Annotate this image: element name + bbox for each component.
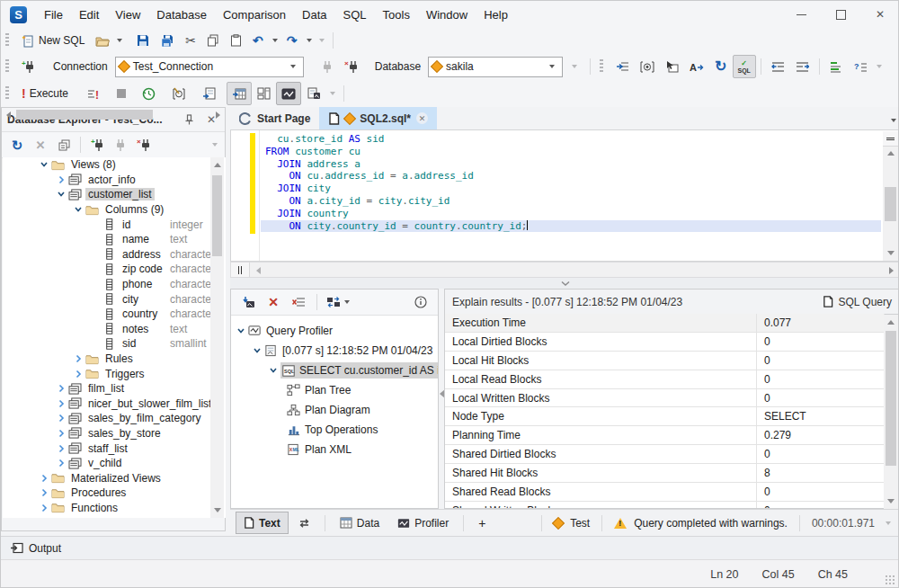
chevron-right-icon[interactable] xyxy=(40,488,49,497)
explain-row[interactable]: Shared Written Blocks0 xyxy=(445,502,884,508)
scrollbar-thumb[interactable] xyxy=(16,110,153,120)
code-line[interactable]: ON a.city_id = city.city_id xyxy=(261,195,881,208)
tree-item-actor-info[interactable]: actor_info xyxy=(3,173,226,188)
explorer-vertical-scrollbar[interactable] xyxy=(210,157,224,518)
save-all-button[interactable] xyxy=(155,29,180,52)
tab-start-page[interactable]: Start Page xyxy=(230,107,319,129)
import-profiling-button[interactable] xyxy=(236,292,260,312)
format-document-button[interactable] xyxy=(824,55,849,78)
code-line[interactable]: ON city.country_id = country.country_id; xyxy=(261,220,881,233)
profiler-node-plan-diagram[interactable]: Plan Diagram xyxy=(231,400,438,420)
code-line[interactable]: JOIN country xyxy=(261,208,881,220)
code-line[interactable]: JOIN address a xyxy=(261,158,881,171)
connection-select[interactable]: Test_Connection xyxy=(115,57,304,77)
new-connection-button[interactable]: + xyxy=(16,55,40,78)
explorer-duplicate-button[interactable] xyxy=(52,135,76,155)
menu-window[interactable]: Window xyxy=(418,8,476,22)
tree-item-film-list[interactable]: film_list xyxy=(3,381,226,396)
maximize-button[interactable] xyxy=(821,1,860,28)
sql-syntax-check-button[interactable]: ✓ SQL xyxy=(733,55,756,78)
paste-button[interactable] xyxy=(225,29,247,52)
explain-row[interactable]: Shared Hit Blocks8 xyxy=(445,464,884,483)
tab-profiler[interactable]: Profiler xyxy=(389,512,457,534)
parameters-button[interactable] xyxy=(635,55,660,78)
profiler-query-node[interactable]: SQL SELECT cu.customer_id AS i... xyxy=(231,361,438,380)
explorer-new-connection-button[interactable]: + xyxy=(85,135,109,155)
new-sql-button[interactable]: * New SQL xyxy=(16,29,90,52)
chevron-right-icon[interactable] xyxy=(57,399,66,408)
decrease-indent-button[interactable] xyxy=(766,55,790,78)
chevron-right-icon[interactable] xyxy=(57,444,66,453)
tree-item-sid[interactable]: sidsmallint xyxy=(3,336,226,352)
tab-list-dropdown-icon[interactable] xyxy=(891,119,896,122)
layout-button[interactable] xyxy=(252,82,276,105)
explain-vertical-scrollbar[interactable] xyxy=(884,315,898,509)
add-tab-button[interactable]: + xyxy=(470,512,494,534)
explain-row[interactable]: Execution Time0.077 xyxy=(445,314,884,333)
disconnect-button[interactable]: × xyxy=(339,55,364,78)
toolbar-overflow-icon[interactable] xyxy=(877,65,882,68)
tree-item-rules[interactable]: Rules xyxy=(3,352,226,367)
save-button[interactable] xyxy=(131,29,155,52)
explorer-refresh-button[interactable]: ↻ xyxy=(5,135,29,155)
tree-item-functions[interactable]: Functions xyxy=(3,501,226,516)
chevron-down-icon[interactable] xyxy=(253,346,262,355)
tree-item-procedures[interactable]: Procedures xyxy=(3,486,226,501)
chevron-right-icon[interactable] xyxy=(40,503,49,512)
stop-button[interactable] xyxy=(111,82,131,105)
toolbar-grip[interactable] xyxy=(5,59,9,74)
tree-item-id[interactable]: idinteger xyxy=(3,217,226,232)
cut-button[interactable]: ✂ xyxy=(180,29,201,52)
profiler-session-node[interactable]: [0.077 s] 12:18:52 PM 01/04/23 xyxy=(231,341,438,361)
chevron-right-icon[interactable] xyxy=(57,384,66,393)
explain-row[interactable]: Local Written Blocks0 xyxy=(445,389,884,408)
go-to-line-button[interactable] xyxy=(610,55,635,78)
chevron-right-icon[interactable] xyxy=(57,459,66,468)
execute-button[interactable]: ! Execute xyxy=(16,82,74,105)
explain-row[interactable]: Shared Read Blocks0 xyxy=(445,483,884,502)
chevron-right-icon[interactable] xyxy=(40,474,49,483)
database-dropdown-icon[interactable] xyxy=(549,65,555,68)
tree-item-customer-list[interactable]: customer_list xyxy=(3,187,226,202)
connect-button[interactable] xyxy=(316,55,339,78)
toolbar-grip[interactable] xyxy=(600,59,603,74)
results-to-grid-button[interactable] xyxy=(227,82,252,105)
scrollbar-thumb[interactable] xyxy=(885,187,896,221)
history-button[interactable] xyxy=(137,82,161,105)
toolbar-grip[interactable] xyxy=(5,86,9,101)
menu-help[interactable]: Help xyxy=(476,8,516,22)
execute-script-button[interactable]: ! xyxy=(81,82,106,105)
scroll-left-icon[interactable] xyxy=(256,267,261,274)
tree-item-v-child[interactable]: v_child xyxy=(3,456,226,471)
menu-tools[interactable]: Tools xyxy=(375,8,418,22)
chevron-down-icon[interactable] xyxy=(57,190,66,199)
copy-button[interactable] xyxy=(201,29,225,52)
close-tab-icon[interactable]: ✕ xyxy=(416,112,428,124)
tree-item-notes[interactable]: notestext xyxy=(3,322,226,337)
scroll-up-icon[interactable] xyxy=(214,163,221,167)
tree-item-city[interactable]: citycharacter xyxy=(3,291,226,307)
edit-parameters-button[interactable] xyxy=(166,82,191,105)
chevron-right-icon[interactable] xyxy=(57,414,66,423)
increase-indent-button[interactable] xyxy=(790,55,814,78)
code-line[interactable]: cu.store_id AS sid xyxy=(261,133,881,146)
horizontal-splitter[interactable] xyxy=(230,278,899,289)
compare-results-button[interactable] xyxy=(324,292,356,312)
editor-hsplitter-handle[interactable] xyxy=(231,263,250,277)
toolbar-overflow-icon[interactable] xyxy=(319,39,325,42)
undo-button[interactable]: ↶ xyxy=(247,29,269,52)
info-button[interactable] xyxy=(409,292,432,312)
profiler-node-top-operations[interactable]: Top Operations xyxy=(231,420,438,440)
scrollbar-thumb[interactable] xyxy=(886,331,896,466)
scroll-down-icon[interactable] xyxy=(214,508,221,512)
refresh-button[interactable]: ↻ xyxy=(709,55,732,78)
profiler-mode-button[interactable] xyxy=(276,82,301,105)
scroll-right-icon[interactable] xyxy=(889,267,894,274)
editor-splitter-handle[interactable] xyxy=(883,131,898,147)
explain-row[interactable]: Local Read Blocks0 xyxy=(445,370,884,389)
tree-item-name[interactable]: nametext xyxy=(3,232,226,247)
menu-view[interactable]: View xyxy=(107,8,148,22)
toolbar-overflow-icon[interactable] xyxy=(330,92,335,95)
explain-row[interactable]: Local Hit Blocks0 xyxy=(445,352,884,370)
swap-layout-button[interactable] xyxy=(290,512,318,534)
